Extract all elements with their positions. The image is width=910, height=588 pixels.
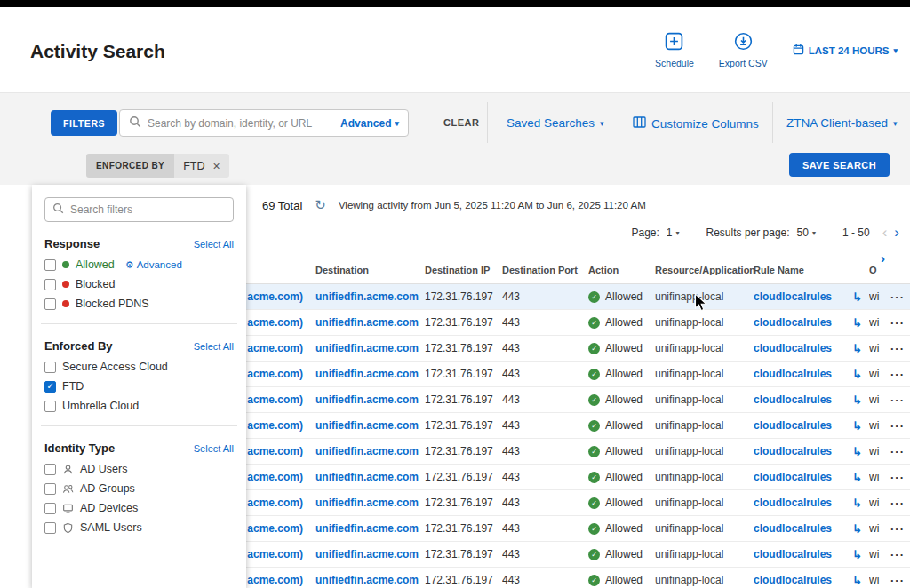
source-cell[interactable]: acme.com) [246,548,315,560]
time-range-selector[interactable]: LAST 24 HOURS ▾ [793,44,898,57]
source-cell[interactable]: acme.com) [246,497,315,509]
table-row[interactable]: acme.com) unifiedfin.acme.com 172.31.76.… [246,568,910,588]
destination-link[interactable]: unifiedfin.acme.com [315,290,425,303]
destination-link[interactable]: unifiedfin.acme.com [315,316,425,329]
source-cell[interactable]: acme.com) [246,522,315,535]
row-menu-icon[interactable]: ··· [890,548,905,561]
allowed-checkbox[interactable] [44,259,56,271]
blocked-pdns-checkbox[interactable] [44,298,56,310]
clear-button[interactable]: CLEAR [443,117,479,128]
row-menu-icon[interactable]: ··· [890,290,905,304]
save-search-button[interactable]: SAVE SEARCH [789,153,890,177]
schedule-button[interactable]: Schedule [655,32,694,68]
destination-link[interactable]: unifiedfin.acme.com [315,471,425,483]
row-menu-icon[interactable]: ··· [890,522,905,536]
table-row[interactable]: acme.com) unifiedfin.acme.com 172.31.76.… [246,362,910,387]
select-all-link[interactable]: Select All [194,239,234,250]
column-header-destination-port[interactable]: Destination Port [502,265,588,275]
source-cell[interactable]: acme.com) [246,368,315,380]
blocked-checkbox[interactable] [44,279,56,290]
destination-link[interactable]: unifiedfin.acme.com [315,342,425,354]
row-menu-icon[interactable]: ··· [890,574,905,587]
source-cell[interactable]: acme.com) [246,290,315,303]
destination-link[interactable]: unifiedfin.acme.com [315,497,425,509]
destination-link[interactable]: unifiedfin.acme.com [315,574,425,586]
rule-name-link[interactable]: cloudlocalrules [754,316,832,329]
jump-to-rule-icon[interactable]: ↳ [852,290,862,304]
table-row[interactable]: acme.com) unifiedfin.acme.com 172.31.76.… [246,413,910,439]
column-header-destination[interactable]: Destination [315,265,425,275]
rule-name-link[interactable]: cloudlocalrules [754,445,832,457]
table-row[interactable]: acme.com) unifiedfin.acme.com 172.31.76.… [246,310,910,336]
rule-name-link[interactable]: cloudlocalrules [754,393,832,406]
row-menu-icon[interactable]: ··· [890,316,905,330]
destination-link[interactable]: unifiedfin.acme.com [315,548,425,560]
export-csv-button[interactable]: Export CSV [719,32,768,68]
rule-name-link[interactable]: cloudlocalrules [754,497,832,509]
table-row[interactable]: acme.com) unifiedfin.acme.com 172.31.76.… [246,284,910,310]
page-selector[interactable]: 1 ▾ [667,226,680,239]
secure-access-cloud-checkbox[interactable] [44,362,56,373]
column-header-action[interactable]: Action [588,265,655,275]
per-page-selector[interactable]: 50 ▾ [797,226,816,239]
jump-to-rule-icon[interactable]: ↳ [852,497,862,510]
next-page-icon[interactable]: › [894,224,899,242]
source-cell[interactable]: acme.com) [246,393,315,406]
table-row[interactable]: acme.com) unifiedfin.acme.com 172.31.76.… [246,439,910,465]
rule-name-link[interactable]: cloudlocalrules [754,342,832,354]
jump-to-rule-icon[interactable]: ↳ [852,419,862,433]
table-row[interactable]: acme.com) unifiedfin.acme.com 172.31.76.… [246,516,910,542]
source-cell[interactable]: acme.com) [246,316,315,329]
column-header-rule-name[interactable]: Rule Name [754,265,869,275]
saved-searches-dropdown[interactable]: Saved Searches ▾ [507,116,604,130]
destination-link[interactable]: unifiedfin.acme.com [315,419,425,432]
rule-name-link[interactable]: cloudlocalrules [754,290,832,303]
source-cell[interactable]: acme.com) [246,574,315,586]
umbrella-cloud-checkbox[interactable] [44,401,56,412]
row-menu-icon[interactable]: ··· [890,393,905,407]
saml-users-checkbox[interactable] [44,522,56,534]
activity-search-box[interactable]: Advanced ▾ [119,109,409,137]
select-all-link[interactable]: Select All [194,341,234,352]
row-menu-icon[interactable]: ··· [890,471,905,484]
column-header-truncated[interactable]: O [869,265,890,275]
jump-to-rule-icon[interactable]: ↳ [852,393,862,407]
advanced-link[interactable]: ⚙ Advanced [125,259,182,271]
filters-button[interactable]: FILTERS [51,110,117,136]
view-mode-dropdown[interactable]: ZTNA Client-based ▾ [786,116,898,130]
ad-groups-checkbox[interactable] [44,483,56,495]
jump-to-rule-icon[interactable]: ↳ [852,471,862,484]
column-header-resource-application[interactable]: Resource/Application [655,265,754,275]
jump-to-rule-icon[interactable]: ↳ [852,548,862,561]
rule-name-link[interactable]: cloudlocalrules [754,548,832,560]
jump-to-rule-icon[interactable]: ↳ [852,522,862,536]
row-menu-icon[interactable]: ··· [890,419,905,433]
rule-name-link[interactable]: cloudlocalrules [754,419,832,432]
ad-users-checkbox[interactable] [44,464,56,475]
jump-to-rule-icon[interactable]: ↳ [852,368,862,381]
jump-to-rule-icon[interactable]: ↳ [852,574,862,587]
source-cell[interactable]: acme.com) [246,471,315,483]
table-row[interactable]: acme.com) unifiedfin.acme.com 172.31.76.… [246,542,910,568]
destination-link[interactable]: unifiedfin.acme.com [315,393,425,406]
row-menu-icon[interactable]: ··· [890,497,905,510]
table-row[interactable]: acme.com) unifiedfin.acme.com 172.31.76.… [246,490,910,516]
rule-name-link[interactable]: cloudlocalrules [754,368,832,380]
source-cell[interactable]: acme.com) [246,445,315,457]
search-input[interactable] [148,117,334,130]
column-header-destination-ip[interactable]: Destination IP [425,265,502,275]
source-cell[interactable]: acme.com) [246,419,315,432]
row-menu-icon[interactable]: ··· [890,445,905,458]
ad-devices-checkbox[interactable] [44,503,56,514]
select-all-link[interactable]: Select All [194,443,234,454]
table-row[interactable]: acme.com) unifiedfin.acme.com 172.31.76.… [246,336,910,362]
row-menu-icon[interactable]: ··· [890,342,905,355]
ftd-checkbox[interactable] [44,381,56,393]
jump-to-rule-icon[interactable]: ↳ [852,342,862,355]
jump-to-rule-icon[interactable]: ↳ [852,316,862,330]
rule-name-link[interactable]: cloudlocalrules [754,471,832,483]
jump-to-rule-icon[interactable]: ↳ [852,445,862,458]
row-menu-icon[interactable]: ··· [890,368,905,381]
destination-link[interactable]: unifiedfin.acme.com [315,445,425,457]
table-row[interactable]: acme.com) unifiedfin.acme.com 172.31.76.… [246,387,910,413]
